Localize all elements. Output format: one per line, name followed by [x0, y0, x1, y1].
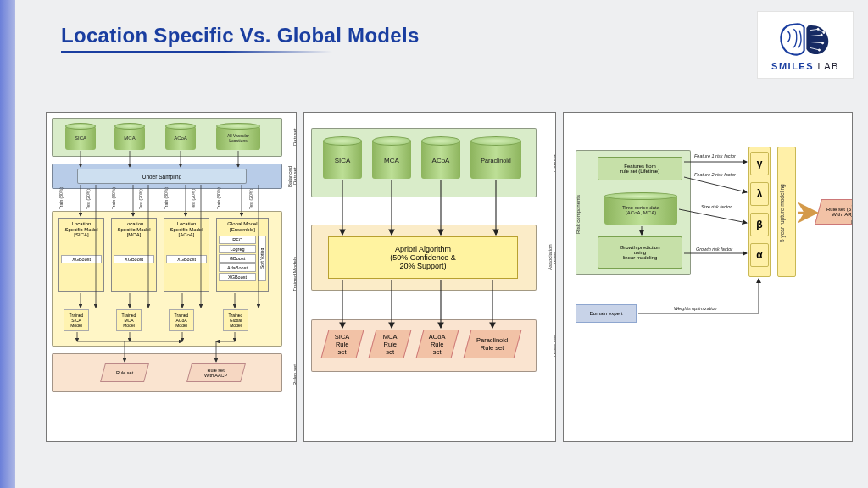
- svg-point-9: [823, 31, 825, 33]
- panels-row: Dataset Balanced Dataset Trained Models …: [46, 112, 853, 442]
- svg-point-7: [818, 49, 820, 51]
- panel-c-arrows: [564, 113, 853, 401]
- brain-logo-icon: [776, 19, 835, 59]
- logo-text: SMILES LAB: [771, 61, 839, 71]
- panel-location-vs-global: Dataset Balanced Dataset Trained Models …: [46, 112, 297, 442]
- panel-b-arrows: [304, 113, 556, 401]
- svg-line-42: [679, 209, 747, 223]
- left-gradient-bar: [0, 0, 15, 488]
- svg-line-41: [684, 177, 747, 192]
- svg-point-3: [821, 34, 822, 36]
- panel-risk-modeling: Risk components Features from rule set (…: [563, 112, 853, 442]
- page-title: Location Specific Vs. Global Models: [61, 24, 420, 47]
- svg-point-5: [821, 42, 823, 44]
- panel-a-arrows: [47, 113, 297, 401]
- smiles-lab-logo: SMILES LAB: [758, 12, 853, 78]
- title-underline: [61, 51, 332, 53]
- panel-association-rules: Dataset Association Rules Rules set SICA…: [303, 112, 556, 442]
